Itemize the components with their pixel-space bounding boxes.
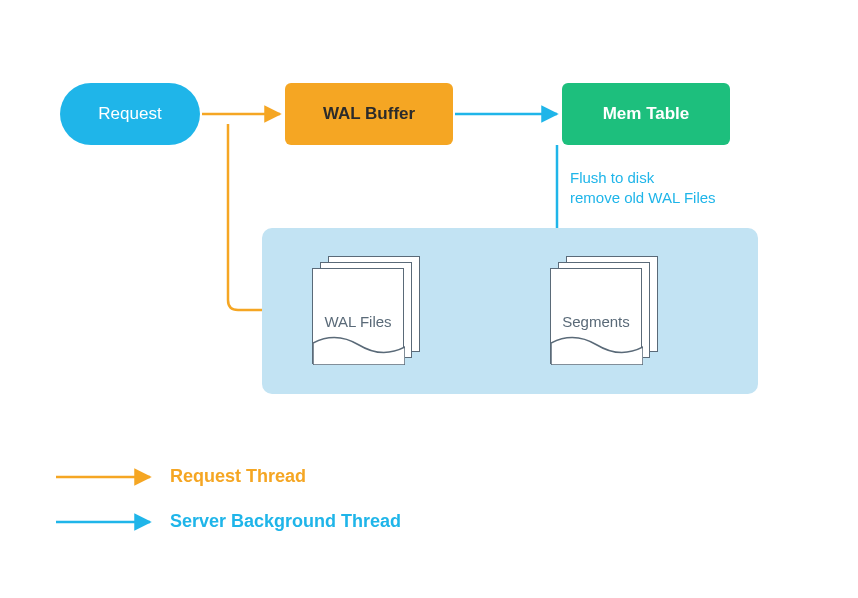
- wal-files-label: WAL Files: [324, 313, 391, 330]
- legend-server-bg-thread: Server Background Thread: [56, 511, 401, 532]
- mem-table-node-label: Mem Table: [603, 104, 690, 124]
- segments-stack: Segments: [550, 256, 662, 364]
- diagram-stage: Request WAL Buffer Mem Table Flush to di…: [0, 0, 858, 598]
- legend-request-thread-label: Request Thread: [170, 466, 306, 487]
- request-node-label: Request: [98, 104, 161, 124]
- legend-server-bg-thread-label: Server Background Thread: [170, 511, 401, 532]
- flush-annotation-line2: remove old WAL Files: [570, 188, 716, 208]
- segments-label: Segments: [562, 313, 630, 330]
- wal-files-stack: WAL Files: [312, 256, 424, 364]
- wal-buffer-node-label: WAL Buffer: [323, 104, 415, 124]
- flush-annotation-line1: Flush to disk: [570, 168, 716, 188]
- legend-request-thread: Request Thread: [56, 466, 306, 487]
- disk-container: WAL Files Segments: [262, 228, 758, 394]
- file-page-icon: Segments: [550, 268, 642, 364]
- file-page-icon: WAL Files: [312, 268, 404, 364]
- mem-table-node: Mem Table: [562, 83, 730, 145]
- request-node: Request: [60, 83, 200, 145]
- flush-annotation: Flush to disk remove old WAL Files: [570, 168, 716, 207]
- wal-buffer-node: WAL Buffer: [285, 83, 453, 145]
